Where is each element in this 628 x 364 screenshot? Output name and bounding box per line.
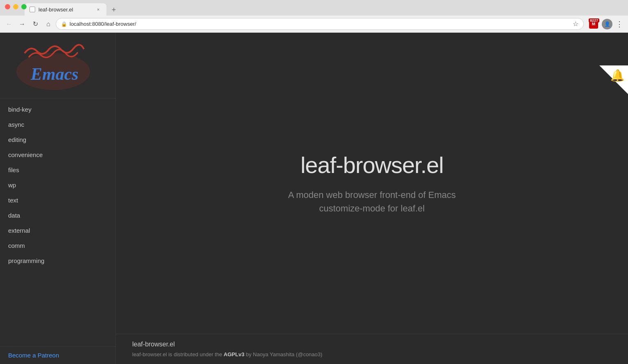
new-tab-button[interactable]: +: [108, 4, 120, 16]
sidebar: Emacs bind-keyasynceditingconveniencefil…: [0, 33, 116, 364]
forward-button[interactable]: →: [16, 18, 28, 30]
home-button[interactable]: ⌂: [43, 18, 54, 30]
nav-bar: ← → ↻ ⌂ 🔒 localhost:8080/leaf-browser/ ☆…: [0, 16, 628, 33]
maximize-window-button[interactable]: [21, 4, 27, 9]
address-text: localhost:8080/leaf-browser/: [70, 21, 570, 27]
back-button[interactable]: ←: [3, 18, 15, 30]
sidebar-nav-item[interactable]: editing: [0, 132, 115, 147]
emacs-logo: Emacs: [8, 41, 98, 90]
address-bar[interactable]: 🔒 localhost:8080/leaf-browser/ ☆: [56, 18, 584, 30]
sidebar-nav-item[interactable]: wp: [0, 178, 115, 193]
hero-subtitle-line1: A moden web browser front-end of Emacs: [288, 190, 456, 200]
footer-description-suffix: by Naoya Yamashita (@conao3): [244, 351, 322, 357]
sidebar-nav-item[interactable]: external: [0, 223, 115, 238]
gmail-badge: 8227: [589, 18, 599, 22]
footer-title: leaf-browser.el: [132, 341, 612, 348]
bell-icon: 🔔: [610, 69, 625, 82]
close-window-button[interactable]: [5, 4, 10, 9]
hero-section: leaf-browser.el A moden web browser fron…: [116, 33, 628, 334]
sidebar-nav: bind-keyasynceditingconveniencefileswpte…: [0, 99, 115, 346]
footer-license: AGPLv3: [224, 351, 244, 357]
hero-subtitle-line2: customize-mode for leaf.el: [319, 203, 425, 213]
sidebar-nav-item[interactable]: text: [0, 193, 115, 208]
page: 🔔 Emacs bind-keyasynceditingconveniencef…: [0, 33, 628, 364]
sidebar-nav-item[interactable]: data: [0, 208, 115, 223]
sidebar-nav-item[interactable]: async: [0, 117, 115, 132]
sidebar-footer: Become a Patreon: [0, 346, 115, 364]
tab-title: leaf-browser.el: [38, 7, 73, 13]
hero-title: leaf-browser.el: [300, 152, 443, 178]
bookmark-star-icon[interactable]: ☆: [573, 20, 578, 28]
tab-favicon: [29, 7, 35, 12]
tab-bar: leaf-browser.el × +: [0, 0, 628, 16]
sidebar-nav-item[interactable]: programming: [0, 253, 115, 268]
sidebar-nav-item[interactable]: bind-key: [0, 102, 115, 117]
hero-subtitle: A moden web browser front-end of Emacs c…: [288, 188, 456, 215]
reload-button[interactable]: ↻: [29, 18, 41, 30]
main-content: leaf-browser.el A moden web browser fron…: [116, 33, 628, 364]
sidebar-nav-item[interactable]: convenience: [0, 147, 115, 162]
user-avatar[interactable]: 👤: [602, 19, 612, 29]
footer-description-prefix: leaf-browser.el is distributed under the: [132, 351, 224, 357]
nav-right-controls: M 8227 👤 ⋮: [587, 18, 625, 31]
footer-text: leaf-browser.el is distributed under the…: [132, 351, 612, 357]
browser-tab[interactable]: leaf-browser.el ×: [25, 3, 106, 16]
minimize-window-button[interactable]: [13, 4, 18, 9]
gmail-button[interactable]: M 8227: [587, 18, 600, 31]
lock-icon: 🔒: [61, 21, 67, 27]
browser-chrome: leaf-browser.el × + ← → ↻ ⌂ 🔒 localhost:…: [0, 0, 628, 33]
svg-text:Emacs: Emacs: [30, 65, 79, 83]
patreon-link[interactable]: Become a Patreon: [8, 352, 59, 359]
sidebar-logo-area: Emacs: [0, 33, 115, 99]
tab-close-button[interactable]: ×: [95, 6, 102, 13]
footer: leaf-browser.el leaf-browser.el is distr…: [116, 334, 628, 364]
browser-menu-button[interactable]: ⋮: [614, 18, 625, 30]
sidebar-nav-item[interactable]: comm: [0, 238, 115, 253]
sidebar-nav-item[interactable]: files: [0, 162, 115, 178]
